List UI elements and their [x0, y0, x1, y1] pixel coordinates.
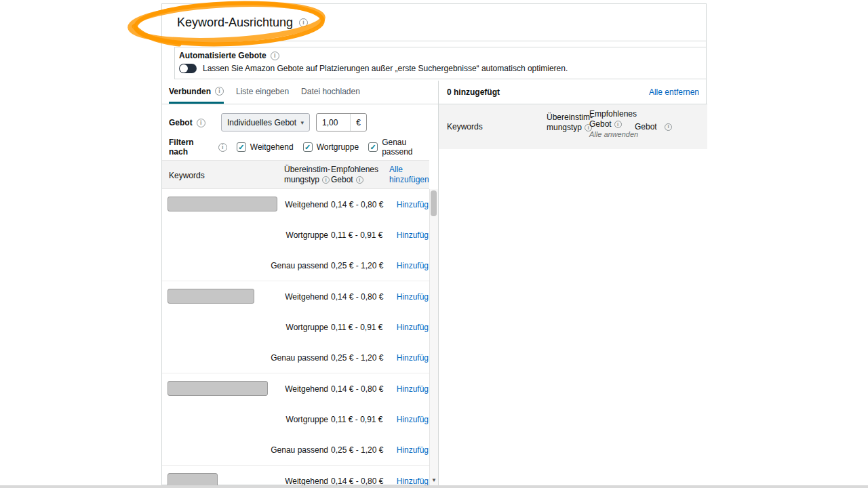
info-icon[interactable]: i [356, 176, 363, 184]
add-keyword-link[interactable]: Hinzufüg [397, 476, 429, 486]
automated-bids-toggle[interactable] [179, 64, 197, 73]
bid-row: Gebot i Individuelles Gebot ▾ € [169, 113, 438, 132]
add-keyword-link[interactable]: Hinzufüg [397, 200, 429, 209]
col-suggested-bid: Empfohlenes Geboti [331, 165, 378, 185]
tab-verbunden[interactable]: Verbunden i [169, 81, 224, 104]
match-type-label: Genau passend [271, 445, 328, 455]
filter-genau-passend-label: Genau passend [382, 138, 438, 157]
checkbox-genau-passend[interactable] [368, 142, 378, 152]
page-bottom-edge [0, 485, 868, 488]
col-match-line1: Übereinstim- [284, 165, 330, 175]
add-keyword-link[interactable]: Hinzufüg [397, 292, 429, 302]
currency-label: € [350, 114, 366, 131]
match-type-label: Genau passend [271, 353, 328, 363]
suggested-bid-range: 0,11 € - 0,91 € [331, 323, 383, 332]
info-icon[interactable]: i [665, 123, 672, 131]
add-keyword-link[interactable]: Hinzufüg [397, 261, 429, 270]
filter-row: Filtern nach i Weitgehend Wortgruppe Gen… [169, 142, 438, 152]
suggested-bid-range: 0,25 € - 1,20 € [331, 261, 383, 270]
keyword-group: Weitgehend0,14 € - 0,80 €HinzufügWortgru… [162, 189, 429, 281]
match-type-label: Wortgruppe [286, 230, 328, 240]
tab-liste-eingeben[interactable]: Liste eingeben [236, 81, 289, 104]
automated-bids-section: Automatisierte Gebote i Lassen Sie Amazo… [174, 47, 706, 79]
suggested-bid-range: 0,11 € - 0,91 € [331, 415, 383, 424]
page: Keyword-Ausrichtung i Automatisierte Geb… [0, 0, 868, 488]
info-icon[interactable]: i [614, 121, 622, 128]
tab-datei-hochladen[interactable]: Datei hochladen [301, 81, 360, 104]
keyword-row: Weitgehend0,14 € - 0,80 €Hinzufüg [162, 373, 429, 404]
redacted-keyword [167, 289, 254, 304]
info-icon[interactable]: i [271, 52, 279, 60]
keyword-targeting-card: Keyword-Ausrichtung i Automatisierte Geb… [161, 3, 707, 485]
keyword-source-panel: Verbunden i Liste eingeben Datei hochlad… [162, 81, 438, 485]
keywords-table-header: Keywords Übereinstim- mungstypi Empfohle… [162, 160, 429, 189]
add-keyword-link[interactable]: Hinzufüg [397, 323, 429, 332]
keyword-row: Wortgruppe0,11 € - 0,91 €Hinzufüg [162, 312, 429, 342]
suggested-bid-range: 0,25 € - 1,20 € [331, 445, 383, 455]
redacted-keyword [167, 381, 268, 396]
checkbox-wortgruppe[interactable] [303, 142, 313, 152]
automated-bids-label: Automatisierte Gebote [179, 51, 267, 60]
bid-input-group: € [316, 113, 367, 131]
apply-all-link[interactable]: Alle anwenden [589, 129, 638, 140]
match-type-label: Genau passend [271, 261, 328, 270]
card-header: Keyword-Ausrichtung i [162, 4, 706, 41]
redacted-keyword [167, 197, 277, 211]
suggested-bid-range: 0,14 € - 0,80 € [331, 292, 383, 302]
scroll-down-arrow[interactable]: ▼ [430, 477, 438, 483]
add-keyword-link[interactable]: Hinzufüg [397, 353, 429, 363]
added-col-match-type: Übereinstim- mungstypi [547, 113, 593, 133]
suggested-bid-range: 0,11 € - 0,91 € [331, 230, 383, 240]
added-col-match-line2: mungstyp [547, 123, 582, 133]
info-icon[interactable]: i [299, 18, 308, 27]
add-all-line2: hinzufügen [389, 175, 429, 185]
info-icon[interactable]: i [215, 87, 224, 96]
scrollbar-thumb[interactable] [431, 190, 437, 216]
checkbox-weitgehend[interactable] [237, 142, 246, 152]
add-keyword-link[interactable]: Hinzufüg [397, 384, 429, 394]
add-all-link[interactable]: Alle hinzufügen [389, 165, 429, 185]
col-match-type: Übereinstim- mungstypi [284, 165, 330, 185]
keyword-group: Weitgehend0,14 € - 0,80 €Hinzufüg [162, 465, 429, 485]
add-keyword-link[interactable]: Hinzufüg [397, 415, 429, 424]
automated-bids-label-row: Automatisierte Gebote i [179, 51, 279, 60]
added-header: 0 hinzugefügt Alle entfernen [439, 81, 707, 104]
keywords-list: Weitgehend0,14 € - 0,80 €HinzufügWortgru… [162, 189, 429, 485]
filter-weitgehend-label: Weitgehend [250, 142, 294, 152]
filter-wortgruppe-label: Wortgruppe [317, 142, 359, 152]
added-keywords-empty [439, 149, 707, 485]
match-type-label: Wortgruppe [286, 323, 328, 332]
added-table-header: Keywords Übereinstim- mungstypi Empfohle… [439, 104, 707, 149]
suggested-bid-range: 0,14 € - 0,80 € [331, 200, 383, 209]
bid-type-dropdown[interactable]: Individuelles Gebot ▾ [221, 113, 310, 131]
match-type-label: Weitgehend [285, 476, 328, 486]
keyword-row: Wortgruppe0,11 € - 0,91 €Hinzufüg [162, 220, 429, 250]
added-col-gebot-label: Gebot [635, 122, 657, 131]
col-bid-line1: Empfohlenes [331, 165, 378, 175]
add-keyword-link[interactable]: Hinzufüg [397, 230, 429, 240]
add-keyword-link[interactable]: Hinzufüg [397, 445, 429, 455]
match-type-label: Weitgehend [285, 292, 328, 302]
added-col-keywords: Keywords [447, 122, 483, 131]
suggested-bid-range: 0,14 € - 0,80 € [331, 384, 383, 394]
match-type-label: Wortgruppe [286, 415, 328, 424]
scrollbar[interactable]: ▼ [429, 189, 438, 485]
col-keywords: Keywords [169, 171, 205, 180]
added-col-gebot: Gebot i [635, 122, 672, 131]
keyword-row: Wortgruppe0,11 € - 0,91 €Hinzufüg [162, 404, 429, 434]
filter-wortgruppe: Wortgruppe [303, 142, 359, 152]
automated-bids-description: Lassen Sie Amazon Gebote auf Platzierung… [203, 64, 568, 73]
info-icon[interactable]: i [197, 119, 205, 127]
bid-amount-input[interactable] [317, 114, 350, 131]
remove-all-link[interactable]: Alle entfernen [649, 87, 699, 97]
filter-genau-passend: Genau passend [368, 138, 438, 157]
info-icon[interactable]: i [218, 143, 227, 152]
redacted-keyword [167, 473, 218, 485]
added-keywords-panel: 0 hinzugefügt Alle entfernen Keywords Üb… [438, 81, 707, 485]
dropdown-value: Individuelles Gebot [227, 118, 296, 127]
filter-label: Filtern nach [169, 138, 214, 157]
chevron-down-icon: ▾ [300, 119, 304, 126]
page-title: Keyword-Ausrichtung [177, 16, 293, 30]
info-icon[interactable]: i [322, 176, 330, 184]
filter-weitgehend: Weitgehend [237, 142, 294, 152]
